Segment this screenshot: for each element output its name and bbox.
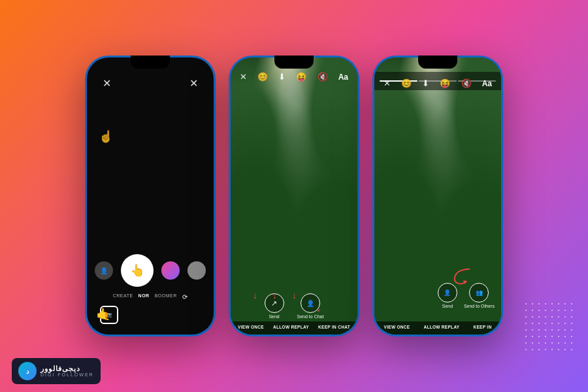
mute-icon-2[interactable]: 🔇 <box>318 72 328 82</box>
svg-marker-0 <box>463 280 467 284</box>
logo: د دیجی‌فالوور DIGI FOLLOWER <box>12 358 101 384</box>
notch-2 <box>274 56 314 69</box>
options-row-2: VIEW ONCE ALLOW REPLAY KEEP IN CHAT <box>231 321 357 335</box>
text-tool-2[interactable]: Aa <box>338 73 348 82</box>
sticker-icon-2[interactable]: 😝 <box>296 72 306 82</box>
red-arrow-1: ↓ <box>253 290 257 301</box>
mode-row: CREATE NOR BOOMER ⟳ <box>95 293 206 301</box>
send-to-chat-label: Send to Chat <box>297 314 324 319</box>
options-row-3: VIEW ONCE ALLOW REPLAY KEEP IN <box>374 321 501 335</box>
red-arrow-2: ↓ <box>272 290 277 301</box>
send-to-chat-icon: 👤 ✕ <box>301 293 320 313</box>
red-arrow-3: ↓ <box>292 290 297 301</box>
flash-icon[interactable]: ✕ <box>103 77 111 90</box>
gallery-thumb <box>188 261 206 280</box>
sticker-icon-3[interactable]: 😝 <box>440 78 450 88</box>
avatar-thumb: 👤 <box>95 261 113 280</box>
phone-2: ✕ 😊 ⬇ 😝 🔇 Aa ↓ ↓ ↓ ↗ Send <box>229 56 359 336</box>
bottom-row: 📷 <box>95 306 206 324</box>
cursor-hand-top: ☝ <box>99 129 113 144</box>
close-icon-3[interactable]: ✕ <box>384 78 391 88</box>
close-icon-2[interactable]: ✕ <box>240 72 247 82</box>
curved-arrow <box>449 267 475 289</box>
top-toolbar-2: ✕ 😊 ⬇ 😝 🔇 Aa <box>231 72 357 82</box>
send-label-3: Send <box>442 304 453 308</box>
allow-replay-option-3[interactable]: ALLOW REPLAY <box>423 325 459 329</box>
allow-replay-option-2[interactable]: ALLOW REPLAY <box>273 325 309 329</box>
camera-row: 👤 👆 <box>95 254 206 287</box>
download-icon-2[interactable]: ⬇ <box>278 72 286 82</box>
boomerang-mode[interactable]: BOOMER <box>155 293 177 301</box>
send-to-others-label: Send to Others <box>464 304 495 308</box>
normal-mode[interactable]: NOR <box>139 293 150 301</box>
phone-1: ✕ ✕ ☝ 👤 👆 CREATE NOR BOOMER ⟳ <box>85 56 216 336</box>
dots-decoration <box>523 301 575 353</box>
notch-1 <box>131 56 170 69</box>
close-icon[interactable]: ✕ <box>189 77 198 90</box>
view-once-option-2[interactable]: VIEW ONCE <box>238 325 264 329</box>
top-icons-1: ✕ ✕ <box>87 77 214 90</box>
create-mode[interactable]: CREATE <box>113 293 133 301</box>
hand-gesture-icon: 🤙 <box>96 307 110 321</box>
logo-text: دیجی‌فالوور DIGI FOLLOWER <box>41 365 94 378</box>
keep-in-chat-option-2[interactable]: KEEP IN CHAT <box>318 325 350 329</box>
keep-in-option-3[interactable]: KEEP IN <box>473 325 491 329</box>
send-label-2: Send <box>269 314 279 319</box>
text-tool-3[interactable]: Aa <box>482 79 492 88</box>
flip-icon[interactable]: ⟳ <box>182 293 188 301</box>
logo-main-text: دیجی‌فالوور <box>41 365 94 372</box>
download-icon-3[interactable]: ⬇ <box>422 78 429 88</box>
capture-button[interactable]: 👆 <box>121 254 154 287</box>
mute-icon-3[interactable]: 🔇 <box>461 78 472 88</box>
emoji-icon-2[interactable]: 😊 <box>257 72 268 82</box>
filter-thumb <box>161 261 180 280</box>
phone-3: ✕ 😊 ⬇ 😝 🔇 Aa 👤 Send 👥 <box>372 56 503 336</box>
notch-3 <box>418 56 457 69</box>
view-once-option-3[interactable]: VIEW ONCE <box>384 325 410 329</box>
logo-sub-text: DIGI FOLLOWER <box>41 372 94 378</box>
top-toolbar-3: ✕ 😊 ⬇ 😝 🔇 Aa <box>374 78 501 88</box>
bottom-actions-3: VIEW ONCE ALLOW REPLAY KEEP IN <box>374 321 501 335</box>
send-to-chat-button[interactable]: 👤 ✕ Send to Chat <box>297 293 324 319</box>
emoji-icon-3[interactable]: 😊 <box>401 78 412 88</box>
logo-icon: د <box>18 362 37 380</box>
